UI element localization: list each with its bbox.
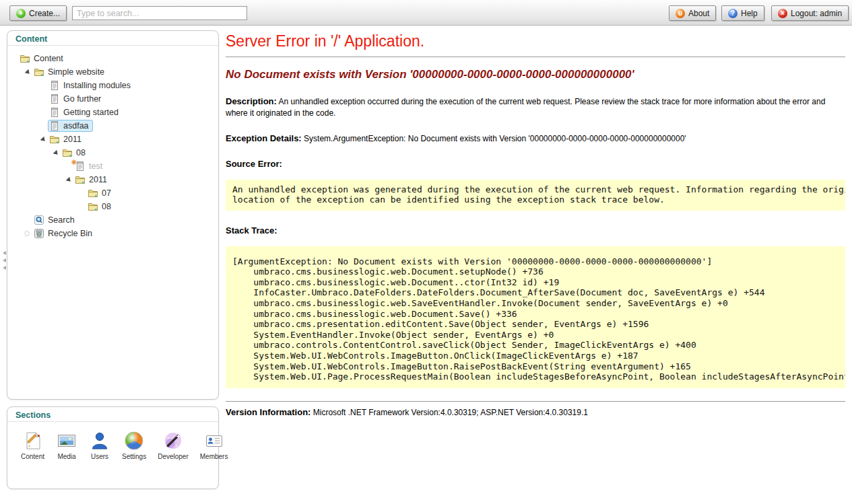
tree-item-simple-website[interactable]: Simple website — [10, 65, 216, 79]
tree-item-label: Go further — [63, 94, 101, 104]
tree-item-label: Search — [48, 215, 75, 225]
collapse-arrow-icon — [1, 258, 6, 262]
tree-item-08[interactable]: 08 — [10, 146, 216, 159]
section-item-label: Media — [56, 453, 77, 460]
sections-panel: Sections Content Media — [7, 406, 219, 489]
top-toolbar: + Create... u About ? Help × Logout: adm… — [0, 0, 852, 26]
developer-section-icon — [162, 430, 184, 452]
tree-item-asdfaa[interactable]: asdfaa — [10, 119, 216, 133]
settings-section-icon — [123, 430, 145, 452]
error-page: Server Error in '/' Application. No Docu… — [226, 26, 845, 418]
exception-details-label: Exception Details: — [226, 133, 302, 143]
search-input[interactable] — [72, 6, 247, 20]
content-panel-title: Content — [7, 31, 218, 46]
expander-expanded-icon[interactable] — [53, 150, 62, 159]
media-section-icon — [56, 430, 77, 452]
section-item-settings[interactable]: Settings — [122, 430, 146, 460]
section-item-content[interactable]: Content — [21, 430, 44, 460]
tree-item-installing-modules[interactable]: Installing modules — [10, 79, 216, 92]
create-button[interactable]: + Create... — [9, 5, 67, 21]
folder-icon — [49, 134, 60, 145]
tree-item-getting-started[interactable]: Getting started — [10, 106, 216, 119]
stack-trace-box: [ArgumentException: No Document exists w… — [226, 246, 845, 388]
document-icon — [49, 120, 60, 131]
tree-item-label: Getting started — [63, 108, 119, 117]
divider — [226, 57, 845, 57]
folder-icon — [20, 53, 30, 64]
section-item-label: Content — [21, 453, 44, 460]
source-error-box: An unhandled exception was generated dur… — [226, 180, 845, 211]
members-section-icon — [203, 430, 225, 452]
folder-icon — [75, 174, 86, 185]
tree-item-label: 2011 — [89, 175, 107, 184]
section-item-members[interactable]: Members — [200, 430, 228, 460]
version-information-paragraph: Version Information: Microsoft .NET Fram… — [226, 406, 845, 419]
section-item-developer[interactable]: Developer — [158, 430, 189, 460]
tree-item-label: Simple website — [48, 67, 104, 77]
tree-item-test[interactable]: ✳ test — [10, 159, 216, 173]
collapse-arrow-icon — [1, 251, 6, 255]
description-text: An unhandled exception occurred during t… — [226, 97, 825, 118]
expander-expanded-icon[interactable] — [40, 137, 49, 145]
about-button-label: About — [688, 9, 709, 18]
expander-expanded-icon[interactable] — [25, 69, 34, 78]
source-error-label: Source Error: — [226, 159, 282, 169]
tree-item-label: asdfaa — [63, 121, 89, 131]
section-item-label: Members — [200, 453, 228, 460]
exception-details-text: System.ArgumentException: No Document ex… — [304, 134, 686, 143]
logout-button-label: Logout: admin — [791, 9, 842, 18]
tree-item-label: 08 — [76, 148, 86, 157]
description-paragraph: Description: An unhandled exception occu… — [226, 96, 845, 118]
new-document-icon: ✳ — [75, 161, 86, 172]
tree-item-07[interactable]: 07 — [10, 186, 216, 200]
folder-icon — [62, 147, 73, 158]
tree-item-go-further[interactable]: Go further — [10, 92, 216, 106]
tree-item-08-inner[interactable]: 08 — [10, 200, 216, 213]
content-tree-panel: Content Content Simple website Installin… — [7, 30, 219, 400]
tree-item-search[interactable]: Search — [10, 213, 216, 227]
folder-icon — [34, 67, 44, 77]
about-button[interactable]: u About — [669, 5, 716, 21]
search-node-icon — [34, 215, 44, 225]
version-information-label: Version Information: — [226, 407, 310, 417]
description-label: Description: — [226, 96, 277, 106]
help-question-icon: ? — [728, 9, 738, 18]
tree-item-recycle-bin[interactable]: Recycle Bin — [10, 227, 216, 240]
tree-item-label: test — [89, 161, 102, 171]
folder-icon — [88, 201, 98, 212]
error-page-subtitle: No Document exists with Version '0000000… — [226, 68, 845, 81]
selected-node-highlight: asdfaa — [48, 120, 93, 132]
section-item-label: Developer — [158, 453, 189, 460]
section-item-users[interactable]: Users — [89, 430, 110, 460]
document-icon — [49, 94, 60, 104]
tree-item-content-root[interactable]: Content — [10, 52, 216, 65]
stack-trace-label: Stack Trace: — [226, 225, 277, 236]
folder-icon — [88, 188, 98, 199]
create-button-label: Create... — [29, 9, 60, 18]
content-section-icon — [22, 430, 44, 452]
content-tree: Content Simple website Installing module… — [7, 46, 218, 246]
logout-button[interactable]: × Logout: admin — [771, 5, 849, 21]
help-button[interactable]: ? Help — [721, 5, 764, 21]
tree-item-2011[interactable]: 2011 — [10, 133, 216, 146]
tree-item-label: Content — [34, 54, 63, 63]
create-plus-icon: + — [16, 9, 26, 18]
new-item-star-icon: ✳ — [71, 158, 77, 167]
recycle-bin-icon — [34, 228, 44, 239]
section-item-label: Settings — [122, 453, 146, 460]
panel-collapse-handle[interactable] — [1, 251, 6, 270]
tree-item-label: 2011 — [63, 135, 81, 144]
tree-item-label: 08 — [102, 202, 111, 211]
source-error-label-row: Source Error: — [226, 158, 845, 170]
tree-item-2011-inner[interactable]: 2011 — [10, 173, 216, 186]
tree-item-label: Installing modules — [63, 81, 131, 90]
document-icon — [49, 107, 60, 118]
logout-x-icon: × — [778, 9, 787, 18]
sections-panel-title: Sections — [7, 407, 218, 422]
expander-collapsed-icon[interactable] — [26, 231, 32, 236]
expander-expanded-icon[interactable] — [66, 177, 75, 186]
exception-details-paragraph: Exception Details: System.ArgumentExcept… — [226, 133, 845, 145]
tree-item-label: 07 — [102, 188, 111, 198]
section-item-media[interactable]: Media — [56, 430, 77, 460]
error-page-title: Server Error in '/' Application. — [226, 32, 845, 50]
